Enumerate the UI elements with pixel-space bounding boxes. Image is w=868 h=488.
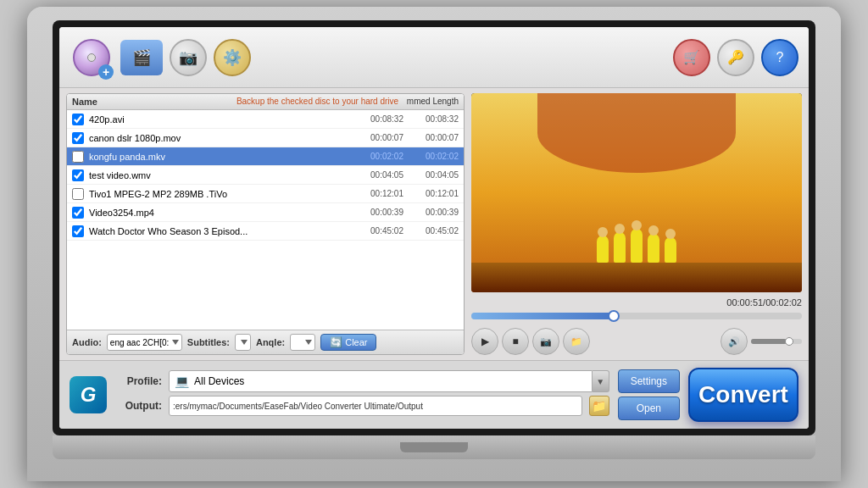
- file-name: 420p.avi: [89, 114, 348, 125]
- stop-button[interactable]: ■: [502, 328, 529, 355]
- folder-button[interactable]: 📁: [563, 328, 590, 355]
- clear-icon: 🔄: [330, 336, 342, 348]
- dvd-plus-icon: +: [98, 64, 114, 80]
- volume-bar[interactable]: [751, 339, 802, 344]
- bottom-section: G Profile: 💻 All Devices ▼: [59, 360, 809, 429]
- file-time2: 00:45:02: [403, 226, 459, 236]
- table-row[interactable]: kongfu panda.mkv 00:02:02 00:02:02: [67, 147, 464, 166]
- output-row: Output: :ers/mymac/Documents/EaseFab/Vid…: [115, 396, 609, 416]
- dvd-hole-icon: [87, 53, 96, 62]
- profile-row: Profile: 💻 All Devices ▼: [115, 370, 609, 392]
- shop-button[interactable]: 🛒: [673, 39, 710, 76]
- progress-bar[interactable]: [471, 313, 802, 319]
- header-notice: Backup the checked disc to your hard dri…: [236, 97, 399, 107]
- file-checkbox[interactable]: [72, 207, 84, 219]
- bottom-forms: Profile: 💻 All Devices ▼ Output:: [115, 370, 609, 419]
- laptop-bottom: [53, 435, 815, 459]
- table-row[interactable]: Video3254.mp4 00:00:39 00:00:39: [67, 203, 464, 222]
- table-row[interactable]: canon dslr 1080p.mov 00:00:07 00:00:07: [67, 129, 464, 147]
- file-name: kongfu panda.mkv: [89, 152, 348, 162]
- basket-icon: 🛒: [683, 49, 700, 65]
- add-device-button[interactable]: 📷: [170, 39, 207, 76]
- table-row[interactable]: Watch Doctor Who Season 3 Episod... 00:4…: [67, 222, 464, 241]
- angle-select[interactable]: [290, 334, 315, 351]
- scene-floor: [471, 263, 802, 292]
- help-button[interactable]: ?: [761, 39, 798, 76]
- subtitles-select[interactable]: [235, 334, 251, 351]
- profile-value-display[interactable]: 💻 All Devices: [169, 370, 593, 392]
- figure-head: [665, 229, 676, 239]
- file-checkbox[interactable]: [72, 169, 84, 181]
- file-time2: 00:00:07: [403, 133, 459, 142]
- figure-head: [615, 224, 625, 234]
- scene-figure: [597, 236, 609, 263]
- settings-open-col: Settings Open: [618, 369, 680, 420]
- figure-head: [632, 220, 642, 230]
- volume-button[interactable]: 🔊: [721, 328, 748, 355]
- file-time2: 00:08:32: [403, 114, 459, 124]
- table-row[interactable]: 420p.avi 00:08:32 00:08:32: [67, 110, 464, 129]
- profile-dropdown-arrow[interactable]: ▼: [593, 370, 609, 392]
- help-icon: ?: [776, 50, 784, 65]
- file-time1: 00:08:32: [348, 114, 403, 124]
- file-name: Watch Doctor Who Season 3 Episod...: [89, 226, 348, 236]
- film-icon: 🎬: [120, 40, 163, 75]
- file-list-header: Name Backup the checked disc to your har…: [67, 94, 464, 110]
- convert-button[interactable]: Convert: [688, 368, 798, 422]
- output-path-display[interactable]: :ers/mymac/Documents/EaseFab/Video Conve…: [169, 396, 582, 416]
- license-button[interactable]: 🔑: [717, 39, 754, 76]
- file-checkbox[interactable]: [72, 132, 84, 144]
- file-time1: 00:00:07: [348, 133, 403, 142]
- time-text: 00:00:51/00:02:02: [726, 297, 802, 308]
- profile-select-wrap: 💻 All Devices ▼: [169, 370, 609, 392]
- laptop-notch: [400, 442, 468, 452]
- player-controls: ▶ ■ 📷 📁 🔊: [471, 328, 802, 355]
- file-controls: Audio: eng aac 2CH[0: Subtitles: Anqle:: [67, 330, 464, 354]
- settings-button[interactable]: ⚙️: [214, 39, 251, 76]
- video-preview: [471, 93, 802, 292]
- audio-select[interactable]: eng aac 2CH[0:: [107, 334, 182, 351]
- table-row[interactable]: test video.wmv 00:04:05 00:04:05: [67, 166, 464, 185]
- table-row[interactable]: Tivo1 MPEG-2 MP2 289MB .TiVo 00:12:01 00…: [67, 185, 464, 203]
- toolbar: + 🎬 📷 ⚙️: [59, 27, 809, 88]
- volume-fill: [751, 339, 787, 344]
- add-dvd-button[interactable]: +: [70, 36, 114, 80]
- camera-icon: 📷: [179, 48, 198, 67]
- volume-control: 🔊: [721, 328, 802, 355]
- scene-figure: [631, 229, 643, 263]
- file-checkbox[interactable]: [72, 114, 84, 125]
- clear-label: Clear: [345, 337, 367, 347]
- file-time2: 00:12:01: [403, 189, 459, 198]
- volume-thumb: [785, 337, 793, 346]
- open-button[interactable]: Open: [618, 396, 680, 420]
- app-logo: G: [70, 376, 107, 413]
- file-checkbox[interactable]: [72, 188, 84, 200]
- file-time2: 00:02:02: [403, 152, 459, 161]
- file-list-body: 420p.avi 00:08:32 00:08:32 canon dslr 10…: [67, 110, 464, 330]
- figure-head: [598, 227, 608, 237]
- scene-arch: [537, 93, 736, 173]
- file-time1: 00:45:02: [348, 226, 403, 236]
- main-content: Name Backup the checked disc to your har…: [59, 88, 809, 360]
- add-video-button[interactable]: 🎬: [120, 40, 163, 75]
- folder-icon: 📁: [592, 399, 606, 413]
- key-icon: 🔑: [727, 49, 744, 65]
- browse-folder-button[interactable]: 📁: [589, 396, 609, 416]
- gear-icon: ⚙️: [223, 48, 242, 67]
- scene-figure: [614, 232, 626, 263]
- screen-bezel: + 🎬 📷 ⚙️: [53, 20, 815, 435]
- audio-label: Audio:: [72, 337, 102, 347]
- file-name: Tivo1 MPEG-2 MP2 289MB .TiVo: [89, 189, 348, 199]
- time-display: 00:00:51/00:02:02: [471, 297, 802, 308]
- settings-button[interactable]: Settings: [618, 369, 680, 393]
- screenshot-button[interactable]: 📷: [532, 328, 559, 355]
- file-time2: 00:04:05: [403, 170, 459, 180]
- file-time2: 00:00:39: [403, 208, 459, 217]
- play-button[interactable]: ▶: [471, 328, 498, 355]
- clear-button[interactable]: 🔄 Clear: [320, 334, 376, 351]
- output-path-text: :ers/mymac/Documents/EaseFab/Video Conve…: [173, 402, 423, 411]
- logo-letter: G: [81, 383, 97, 407]
- file-checkbox[interactable]: [72, 225, 84, 237]
- file-checkbox[interactable]: [72, 151, 84, 163]
- progress-fill: [471, 313, 614, 319]
